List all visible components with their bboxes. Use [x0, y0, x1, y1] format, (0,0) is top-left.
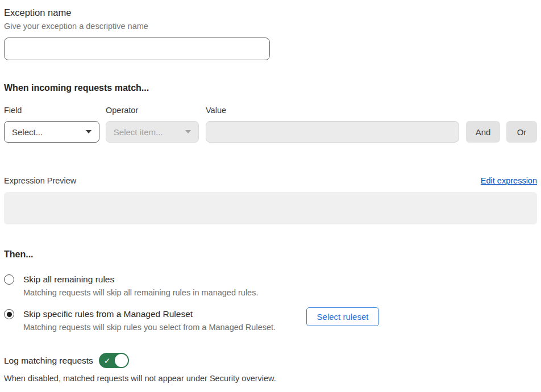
skip-specific-rules-radio[interactable]: [4, 309, 14, 319]
toggle-knob: [115, 354, 128, 367]
field-select-value: Select...: [12, 127, 43, 137]
expression-preview-box: [4, 192, 537, 224]
and-button[interactable]: And: [466, 121, 500, 143]
then-heading: Then...: [4, 249, 537, 260]
chevron-down-icon: [86, 130, 91, 134]
exception-name-heading: Exception name: [4, 7, 537, 18]
skip-specific-rules-label[interactable]: Skip specific rules from a Managed Rules…: [23, 308, 306, 319]
skip-all-rules-radio[interactable]: [4, 274, 14, 285]
exception-form: Exception name Give your exception a des…: [0, 0, 541, 383]
option-text: Skip all remaining rules Matching reques…: [23, 274, 306, 298]
log-matching-label: Log matching requests: [4, 355, 93, 366]
value-input[interactable]: [206, 121, 459, 143]
log-matching-description: When disabled, matched requests will not…: [4, 374, 537, 383]
operator-select[interactable]: Select item...: [106, 121, 199, 143]
expression-preview-row: Expression Preview Edit expression: [4, 176, 537, 186]
operator-label: Operator: [106, 106, 206, 115]
option-skip-specific-rules: Skip specific rules from a Managed Rules…: [4, 308, 537, 332]
edit-expression-link[interactable]: Edit expression: [481, 176, 537, 186]
option-skip-all-rules: Skip all remaining rules Matching reques…: [4, 274, 537, 298]
match-heading: When incoming requests match...: [4, 82, 537, 94]
radio-dot: [7, 277, 12, 282]
skip-specific-rules-description: Matching requests will skip rules you se…: [23, 323, 306, 332]
option-text: Skip specific rules from a Managed Rules…: [23, 308, 306, 332]
or-button[interactable]: Or: [506, 121, 537, 143]
skip-all-rules-label[interactable]: Skip all remaining rules: [23, 274, 306, 285]
radio-dot: [7, 312, 12, 317]
expression-preview-label: Expression Preview: [4, 176, 76, 186]
field-select[interactable]: Select...: [4, 121, 99, 143]
skip-all-rules-description: Matching requests will skip all remainin…: [23, 288, 306, 298]
log-matching-toggle[interactable]: ✓: [99, 353, 129, 368]
select-ruleset-button[interactable]: Select ruleset: [306, 307, 379, 326]
exception-name-input[interactable]: [4, 37, 270, 60]
operator-select-value: Select item...: [114, 127, 163, 137]
chevron-down-icon: [185, 130, 191, 134]
builder-labels-row: Field Operator Value: [4, 106, 537, 115]
builder-controls-row: Select... Select item... And Or: [4, 121, 537, 143]
log-matching-row: Log matching requests ✓: [4, 353, 537, 368]
field-label: Field: [4, 106, 106, 115]
checkmark-icon: ✓: [104, 356, 111, 365]
exception-name-hint: Give your exception a descriptive name: [4, 22, 537, 31]
value-label: Value: [206, 106, 226, 115]
